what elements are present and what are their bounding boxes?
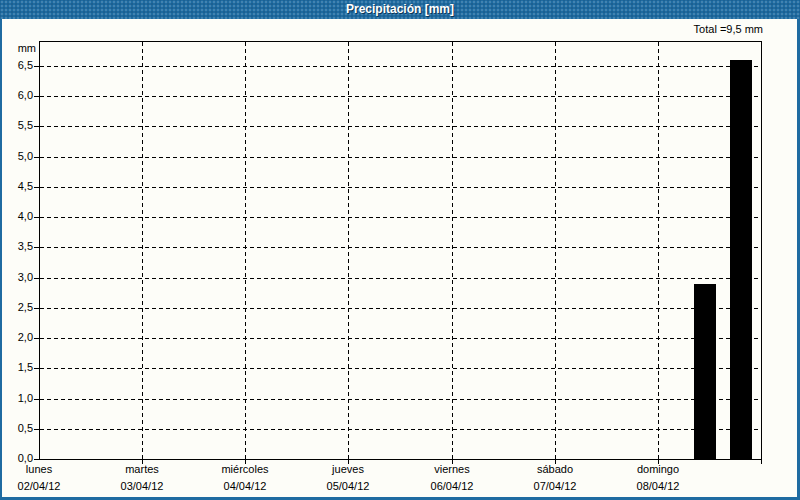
x-day-label: domingo08/04/12	[608, 462, 708, 493]
day-date: 05/04/12	[298, 479, 398, 493]
v-gridline	[245, 42, 246, 459]
day-date: 02/04/12	[0, 479, 89, 493]
y-tick	[34, 368, 39, 369]
chart-title: Precipitación [mm]	[346, 2, 454, 16]
y-tick	[34, 66, 39, 67]
y-tick	[34, 459, 39, 460]
day-name: lunes	[0, 462, 89, 476]
y-tick	[34, 399, 39, 400]
v-gridline	[452, 42, 453, 459]
day-date: 06/04/12	[402, 479, 502, 493]
h-gridline	[40, 399, 761, 400]
x-day-label: martes03/04/12	[92, 462, 192, 493]
x-day-label: lunes02/04/12	[0, 462, 89, 493]
y-tick-label: 3,5	[0, 240, 33, 253]
x-day-label: sábado07/04/12	[505, 462, 605, 493]
h-gridline	[40, 217, 761, 218]
v-gridline	[348, 42, 349, 459]
y-tick	[34, 338, 39, 339]
y-tick-label: 1,0	[0, 392, 33, 405]
v-gridline	[142, 42, 143, 459]
y-tick-label: 5,0	[0, 150, 33, 163]
day-date: 08/04/12	[608, 479, 708, 493]
day-name: domingo	[608, 462, 708, 476]
precipitation-bar	[730, 60, 752, 460]
v-gridline	[555, 42, 556, 459]
day-name: jueves	[298, 462, 398, 476]
h-gridline	[40, 368, 761, 369]
h-gridline	[40, 338, 761, 339]
day-name: martes	[92, 462, 192, 476]
y-tick-label: 1,5	[0, 361, 33, 374]
precipitation-chart-window: Precipitación [mm] Total =9,5 mm mm 0,00…	[0, 0, 800, 500]
title-bar: Precipitación [mm]	[0, 0, 800, 19]
day-date: 07/04/12	[505, 479, 605, 493]
x-day-label: miércoles04/04/12	[195, 462, 295, 493]
y-tick-label: 0,5	[0, 422, 33, 435]
h-gridline	[40, 429, 761, 430]
y-tick	[34, 429, 39, 430]
y-tick-label: 6,5	[0, 59, 33, 72]
h-gridline	[40, 96, 761, 97]
day-date: 03/04/12	[92, 479, 192, 493]
plot-frame	[39, 41, 762, 460]
h-gridline	[40, 187, 761, 188]
h-gridline	[40, 247, 761, 248]
x-day-label: jueves05/04/12	[298, 462, 398, 493]
total-label: Total =9,5 mm	[694, 23, 763, 36]
precipitation-bar	[694, 284, 716, 460]
day-name: viernes	[402, 462, 502, 476]
h-gridline	[40, 278, 761, 279]
day-name: sábado	[505, 462, 605, 476]
h-gridline	[40, 308, 761, 309]
y-tick-label: 4,5	[0, 180, 33, 193]
y-tick	[34, 217, 39, 218]
day-name: miércoles	[195, 462, 295, 476]
y-tick-label: 2,0	[0, 331, 33, 344]
h-gridline	[40, 66, 761, 67]
y-tick-label: 4,0	[0, 210, 33, 223]
x-tick	[761, 460, 762, 464]
y-tick-label: 3,0	[0, 271, 33, 284]
x-day-label: viernes06/04/12	[402, 462, 502, 493]
y-tick-label: 2,5	[0, 301, 33, 314]
y-tick	[34, 247, 39, 248]
y-tick	[34, 278, 39, 279]
y-tick-label: 6,0	[0, 89, 33, 102]
y-axis-unit-label: mm	[3, 42, 36, 55]
y-tick	[34, 308, 39, 309]
day-date: 04/04/12	[195, 479, 295, 493]
v-gridline	[658, 42, 659, 459]
y-tick-label: 5,5	[0, 119, 33, 132]
h-gridline	[40, 157, 761, 158]
h-gridline	[40, 126, 761, 127]
y-tick	[34, 187, 39, 188]
y-tick	[34, 126, 39, 127]
y-tick	[34, 96, 39, 97]
y-tick	[34, 157, 39, 158]
